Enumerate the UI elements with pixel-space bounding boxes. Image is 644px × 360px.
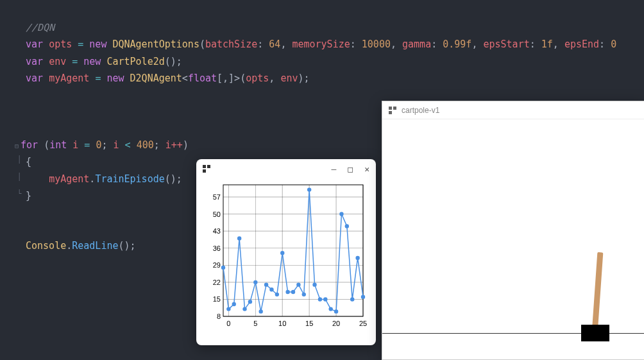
app-icon bbox=[389, 107, 396, 114]
chart-plot: 8152229364350570510152025 bbox=[203, 178, 369, 332]
svg-text:10: 10 bbox=[278, 320, 286, 327]
svg-point-32 bbox=[221, 266, 225, 270]
svg-point-44 bbox=[285, 290, 289, 294]
svg-point-51 bbox=[323, 297, 327, 301]
svg-point-41 bbox=[269, 287, 273, 291]
svg-point-38 bbox=[253, 280, 257, 284]
svg-text:0: 0 bbox=[226, 320, 230, 327]
svg-rect-61 bbox=[389, 111, 392, 114]
svg-point-43 bbox=[280, 251, 284, 255]
svg-point-53 bbox=[334, 309, 338, 313]
maximize-button[interactable]: □ bbox=[348, 164, 353, 174]
svg-point-37 bbox=[248, 300, 252, 304]
svg-text:25: 25 bbox=[359, 320, 367, 327]
svg-point-47 bbox=[302, 293, 306, 296]
svg-point-52 bbox=[328, 307, 332, 311]
svg-rect-59 bbox=[389, 107, 392, 110]
svg-point-58 bbox=[361, 295, 365, 298]
svg-point-50 bbox=[318, 297, 322, 301]
pole bbox=[592, 252, 603, 329]
svg-point-42 bbox=[275, 293, 279, 296]
code-line-agent: var myAgent = new D2QNAgent<float[,]>(op… bbox=[13, 70, 631, 87]
svg-point-39 bbox=[258, 309, 262, 313]
svg-rect-1 bbox=[207, 165, 210, 168]
svg-point-55 bbox=[345, 224, 349, 228]
svg-point-46 bbox=[296, 282, 300, 286]
app-icon bbox=[203, 165, 210, 173]
cartpole-titlebar[interactable]: cartpole-v1 bbox=[382, 101, 644, 119]
svg-point-49 bbox=[312, 282, 316, 286]
cartpole-window[interactable]: cartpole-v1 bbox=[382, 101, 644, 360]
svg-text:15: 15 bbox=[213, 295, 221, 303]
svg-text:43: 43 bbox=[213, 227, 221, 235]
svg-text:50: 50 bbox=[213, 210, 221, 218]
code-line-opts: var opts = new DQNAgentOptions(batchSize… bbox=[13, 36, 631, 53]
svg-point-34 bbox=[232, 302, 236, 306]
cart bbox=[581, 325, 609, 341]
svg-point-48 bbox=[307, 187, 311, 191]
svg-text:57: 57 bbox=[213, 193, 221, 201]
svg-text:36: 36 bbox=[213, 244, 221, 252]
cartpole-title: cartpole-v1 bbox=[402, 106, 439, 115]
close-button[interactable]: ✕ bbox=[364, 164, 369, 174]
svg-point-56 bbox=[350, 297, 354, 301]
svg-point-36 bbox=[242, 307, 246, 311]
window-controls: — □ ✕ bbox=[332, 164, 369, 174]
svg-text:15: 15 bbox=[305, 320, 313, 327]
code-line-comment: //DQN bbox=[13, 19, 631, 36]
fold-toggle-icon[interactable]: ⊟ bbox=[13, 141, 21, 152]
svg-rect-0 bbox=[203, 165, 206, 168]
svg-rect-60 bbox=[393, 107, 396, 110]
chart-window[interactable]: — □ ✕ 8152229364350570510152025 bbox=[196, 159, 376, 345]
svg-text:8: 8 bbox=[217, 313, 221, 320]
minimize-button[interactable]: — bbox=[332, 164, 337, 174]
svg-point-45 bbox=[291, 290, 295, 294]
svg-point-57 bbox=[355, 256, 359, 260]
chart-titlebar[interactable]: — □ ✕ bbox=[196, 159, 376, 178]
svg-point-35 bbox=[237, 236, 241, 240]
cartpole-canvas bbox=[382, 119, 644, 359]
code-line-env: var env = new CartPole2d(); bbox=[13, 53, 631, 70]
svg-text:5: 5 bbox=[253, 320, 257, 327]
svg-text:29: 29 bbox=[213, 261, 221, 269]
svg-point-33 bbox=[226, 307, 230, 311]
svg-point-54 bbox=[339, 212, 343, 216]
svg-text:20: 20 bbox=[332, 320, 340, 327]
svg-text:22: 22 bbox=[213, 279, 221, 286]
svg-rect-2 bbox=[203, 169, 206, 173]
svg-point-40 bbox=[264, 282, 268, 286]
